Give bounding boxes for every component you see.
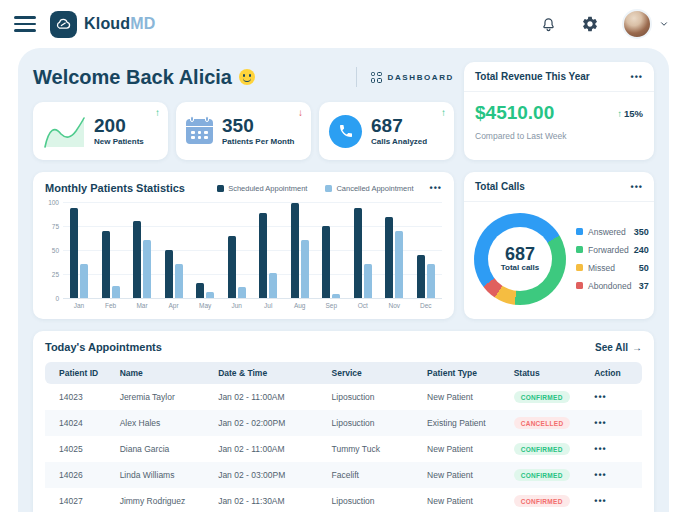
bar-group: Mar [130,202,154,311]
row-actions-button[interactable]: ••• [594,444,606,454]
bar [102,231,110,298]
bar [196,283,204,298]
settings-gear-icon[interactable] [580,14,600,34]
x-axis-label: Feb [105,302,116,309]
status-badge: CONFIRMED [514,495,570,507]
legend-item: Cancelled Appointment [325,184,413,193]
x-axis-label: Nov [389,302,401,309]
hamburger-menu-icon[interactable] [14,16,36,32]
donut-legend-item: Answered350 [576,227,649,237]
bar [143,240,151,298]
donut-legend-item: Forwarded240 [576,245,649,255]
revenue-card-title: Total Revenue This Year [475,71,590,82]
status-badge: CANCELLED [514,417,571,429]
stat-value: 200 [94,116,144,136]
table-row: 14025Diana GarciaJan 02 - 11:00AMTummy T… [45,436,642,462]
legend-value: 240 [634,245,649,255]
bar [228,236,236,298]
table-header-row: Patient IDNameDate & TimeServicePatient … [45,362,642,384]
calendar-icon [186,119,213,144]
x-axis-label: Jan [74,302,84,309]
bar [80,264,88,298]
row-actions-button[interactable]: ••• [594,470,606,480]
chart-card-menu-icon[interactable]: ••• [430,185,442,191]
legend-swatch [576,228,583,235]
status-badge: CONFIRMED [514,391,570,403]
bar [427,264,435,298]
table-cell: New Patient [421,384,508,410]
stat-card-patients-per-month[interactable]: ↓ 350 Patients Per Month [176,102,311,160]
table-cell: Linda Williams [114,462,213,488]
bar [291,203,299,298]
appointments-card: Today's Appointments See All→ Patient ID… [33,331,654,512]
y-axis-tick: 0 [55,295,59,302]
table-row: 14027Jimmy RodriguezJan 02 - 11:30AMLipo… [45,488,642,512]
bar [175,264,183,298]
appointments-table: Patient IDNameDate & TimeServicePatient … [45,362,642,512]
legend-swatch [576,264,583,271]
table-cell: Jeremia Taylor [114,384,213,410]
table-cell: ••• [588,410,642,436]
table-cell: Jan 02 - 11:00AM [212,436,325,462]
table-cell: CONFIRMED [508,462,589,488]
table-cell: Existing Patient [421,410,508,436]
status-badge: CONFIRMED [514,443,570,455]
legend-label: Scheduled Appointment [228,184,307,193]
table-cell: Diana Garcia [114,436,213,462]
legend-value: 350 [634,227,649,237]
table-cell: 14024 [45,410,114,436]
bar-chart: 0255075100JanFebMarAprMayJunJulAugSepOct… [63,202,442,311]
legend-value: 50 [639,263,649,273]
bar [364,264,372,298]
table-cell: Liposuction [326,384,422,410]
column-header: Service [326,362,422,384]
status-badge: CONFIRMED [514,469,570,481]
revenue-card-menu-icon[interactable]: ••• [631,74,643,80]
row-actions-button[interactable]: ••• [594,392,606,402]
bar [133,221,141,298]
user-profile-menu[interactable] [622,9,669,39]
table-cell: Jimmy Rodriguez [114,488,213,512]
legend-item: Scheduled Appointment [217,184,307,193]
row-actions-button[interactable]: ••• [594,496,606,506]
stat-label: Calls Analyzed [371,137,427,146]
bar-group: Apr [162,202,186,311]
notifications-bell-icon[interactable] [538,14,558,34]
revenue-change: ↑15% [617,108,643,119]
stat-label: New Patients [94,137,144,146]
x-axis-label: Apr [169,302,179,309]
table-cell: Jan 02 - 11:30AM [212,488,325,512]
table-cell: ••• [588,462,642,488]
stat-value: 687 [371,116,427,136]
bar [395,231,403,298]
phone-icon [329,115,362,148]
stat-card-new-patients[interactable]: ↑ 200 New Patients [33,102,168,160]
row-actions-button[interactable]: ••• [594,418,606,428]
donut-total-label: Total calls [501,263,540,272]
smiley-emoji-icon [239,69,255,85]
legend-label: Abondoned [588,281,634,291]
y-axis-tick: 25 [52,271,59,278]
legend-swatch [325,185,332,192]
bar-group: Jul [256,202,280,311]
legend-swatch [576,282,583,289]
bar-group: Dec [414,202,438,311]
bar [269,273,277,298]
bar [385,217,393,298]
bar [206,292,214,298]
trend-up-icon: ↑ [617,108,622,119]
see-all-link[interactable]: See All→ [595,342,642,353]
dashboard-grid-icon [371,72,382,83]
total-calls-menu-icon[interactable]: ••• [631,184,643,190]
x-axis-label: Aug [294,302,306,309]
table-cell: 14027 [45,488,114,512]
bar-group: Aug [288,202,312,311]
bar [112,286,120,298]
brand-logo[interactable]: KloudMD [50,11,156,38]
y-axis-tick: 50 [52,247,59,254]
table-cell: New Patient [421,436,508,462]
stat-card-calls-analyzed[interactable]: ↑ 687 Calls Analyzed [319,102,454,160]
table-row: 14026Linda WilliamsJan 02 - 03:00PMFacel… [45,462,642,488]
dashboard-button[interactable]: DASHBOARD [356,67,454,87]
legend-label: Cancelled Appointment [336,184,413,193]
